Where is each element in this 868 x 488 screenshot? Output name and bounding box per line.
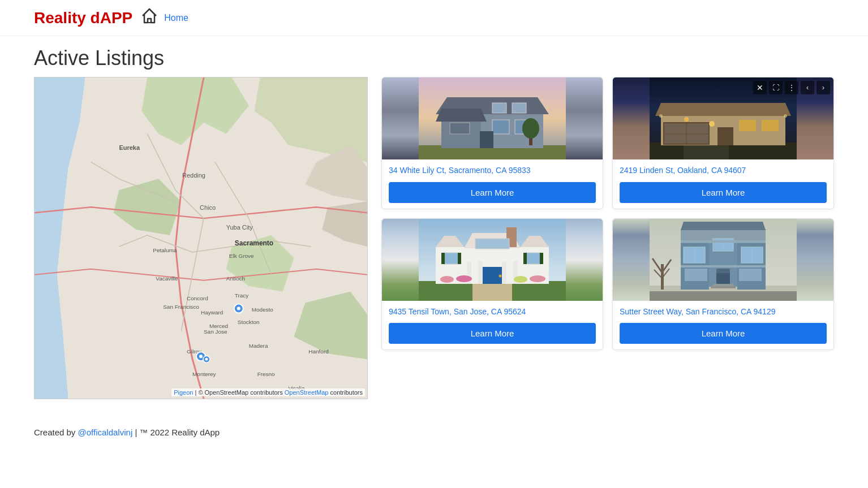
- svg-rect-39: [512, 103, 526, 113]
- svg-rect-82: [441, 253, 445, 264]
- home-icon-link[interactable]: [140, 7, 158, 29]
- listing-card-sf: Sutter Street Way, San Francisco, CA 941…: [612, 218, 834, 351]
- overlay-close-button[interactable]: ✕: [753, 81, 767, 94]
- svg-point-57: [684, 117, 689, 122]
- svg-text:Fresno: Fresno: [257, 371, 275, 377]
- svg-point-59: [784, 114, 787, 118]
- svg-point-77: [499, 274, 502, 277]
- svg-rect-71: [502, 261, 506, 284]
- svg-rect-101: [739, 269, 762, 281]
- svg-rect-75: [475, 239, 509, 249]
- listing-card-sanjose: 9435 Tensil Town, San Jose, CA 95624 Lea…: [381, 218, 603, 351]
- svg-point-44: [522, 118, 539, 139]
- svg-text:Vacaville: Vacaville: [156, 275, 178, 282]
- listing-address-oakland[interactable]: 2419 Linden St, Oakland, CA 94607: [620, 165, 827, 176]
- listing-card-oakland: ✕ ⛶ ⋮ ‹ › 2419 Linden St, Oakland, CA 94…: [612, 77, 834, 209]
- listing-address-sacramento[interactable]: 34 White Lily Ct, Sacramento, CA 95833: [389, 165, 596, 176]
- listing-address-sf[interactable]: Sutter Street Way, San Francisco, CA 941…: [620, 306, 827, 318]
- pigeon-link[interactable]: Pigeon: [174, 389, 193, 396]
- svg-rect-103: [716, 269, 730, 273]
- svg-text:Tracy: Tracy: [235, 292, 249, 299]
- trademark-text: | ™ 2022 Reality dApp: [135, 427, 220, 437]
- svg-point-78: [440, 276, 454, 283]
- app-logo: Reality dAPP: [34, 9, 132, 27]
- svg-text:Antioch: Antioch: [226, 275, 245, 282]
- overlay-prev-button[interactable]: ‹: [801, 81, 814, 94]
- listing-image-oakland: ✕ ⛶ ⋮ ‹ ›: [613, 77, 833, 159]
- learn-more-sacramento[interactable]: Learn More: [389, 182, 596, 203]
- home-icon: [140, 7, 158, 25]
- svg-rect-53: [717, 127, 733, 145]
- overlay-next-button[interactable]: ›: [817, 81, 830, 94]
- svg-rect-105: [713, 284, 733, 286]
- header: Reality dAPP Home: [0, 0, 868, 36]
- main-content: Eureka Redding Chico Yuba City Elk Grove…: [0, 77, 868, 416]
- svg-rect-73: [444, 253, 458, 264]
- svg-text:Sacramento: Sacramento: [235, 239, 273, 247]
- overlay-fullscreen-button[interactable]: ⛶: [769, 81, 783, 94]
- map-background: Eureka Redding Chico Yuba City Elk Grove…: [35, 77, 367, 399]
- svg-text:Petaluma: Petaluma: [153, 247, 177, 253]
- svg-marker-36: [436, 109, 487, 122]
- listing-address-sanjose[interactable]: 9435 Tensil Town, San Jose, CA 95624: [389, 306, 596, 318]
- svg-rect-55: [762, 120, 779, 131]
- svg-point-81: [530, 275, 545, 282]
- learn-more-sf[interactable]: Learn More: [620, 323, 827, 344]
- svg-point-28: [199, 355, 203, 358]
- svg-rect-40: [492, 120, 509, 134]
- overlay-menu-button[interactable]: ⋮: [785, 81, 798, 94]
- svg-rect-84: [523, 253, 527, 264]
- svg-rect-70: [478, 261, 483, 284]
- map-attribution: Pigeon | © OpenStreetMap contributors Op…: [171, 388, 365, 396]
- map-container[interactable]: Eureka Redding Chico Yuba City Elk Grove…: [34, 77, 368, 399]
- svg-text:Chico: Chico: [200, 204, 216, 211]
- footer: Created by @officaldalvinj | ™ 2022 Real…: [0, 416, 868, 448]
- svg-rect-54: [739, 120, 756, 131]
- svg-text:Elk Grove: Elk Grove: [229, 253, 254, 259]
- svg-rect-112: [681, 265, 766, 267]
- learn-more-sanjose[interactable]: Learn More: [389, 323, 596, 344]
- osm-link[interactable]: OpenStreetMap: [285, 389, 329, 396]
- svg-text:Modesto: Modesto: [252, 306, 274, 313]
- svg-marker-93: [681, 222, 766, 230]
- svg-text:Monterey: Monterey: [192, 371, 216, 377]
- created-by-text: Created by: [34, 427, 75, 437]
- listing-overlay-controls: ✕ ⛶ ⋮ ‹ ›: [753, 81, 830, 94]
- home-nav-link[interactable]: Home: [164, 13, 188, 23]
- svg-text:Eureka: Eureka: [119, 144, 140, 151]
- svg-text:Madera: Madera: [249, 343, 268, 349]
- svg-rect-38: [492, 103, 506, 113]
- svg-rect-83: [458, 253, 461, 264]
- svg-point-80: [514, 276, 527, 283]
- svg-point-58: [659, 114, 663, 118]
- svg-point-26: [237, 307, 240, 310]
- svg-point-79: [456, 275, 472, 282]
- svg-text:Concord: Concord: [187, 295, 208, 301]
- page-title: Active Listings: [0, 36, 868, 77]
- map-svg: Eureka Redding Chico Yuba City Elk Grove…: [35, 77, 367, 399]
- svg-text:San Jose: San Jose: [204, 329, 227, 335]
- svg-rect-37: [450, 123, 470, 134]
- svg-rect-85: [540, 253, 543, 264]
- svg-rect-74: [526, 253, 540, 264]
- listing-body-oakland: 2419 Linden St, Oakland, CA 94607 Learn …: [613, 159, 833, 209]
- author-link[interactable]: @officaldalvinj: [78, 427, 133, 437]
- svg-rect-100: [685, 269, 707, 281]
- listing-body-sanjose: 9435 Tensil Town, San Jose, CA 95624 Lea…: [382, 301, 603, 350]
- svg-point-56: [709, 121, 715, 127]
- listing-card-sacramento: 34 White Lily Ct, Sacramento, CA 95833 L…: [381, 77, 603, 209]
- listing-body-sacramento: 34 White Lily Ct, Sacramento, CA 95833 L…: [382, 159, 603, 209]
- listing-body-sf: Sutter Street Way, San Francisco, CA 941…: [613, 301, 833, 350]
- svg-text:Hayward: Hayward: [201, 309, 223, 316]
- svg-point-30: [205, 358, 208, 361]
- learn-more-oakland[interactable]: Learn More: [620, 182, 827, 203]
- listing-image-sanjose: [382, 219, 603, 301]
- svg-text:Hanford: Hanford: [308, 348, 328, 355]
- listings-grid: 34 White Lily Ct, Sacramento, CA 95833 L…: [381, 77, 834, 399]
- listing-image-sacramento: [382, 77, 603, 159]
- svg-rect-111: [681, 240, 766, 243]
- svg-marker-49: [655, 103, 791, 116]
- listing-image-sf: [613, 219, 833, 301]
- svg-text:Redding: Redding: [182, 172, 205, 179]
- svg-rect-42: [480, 131, 493, 148]
